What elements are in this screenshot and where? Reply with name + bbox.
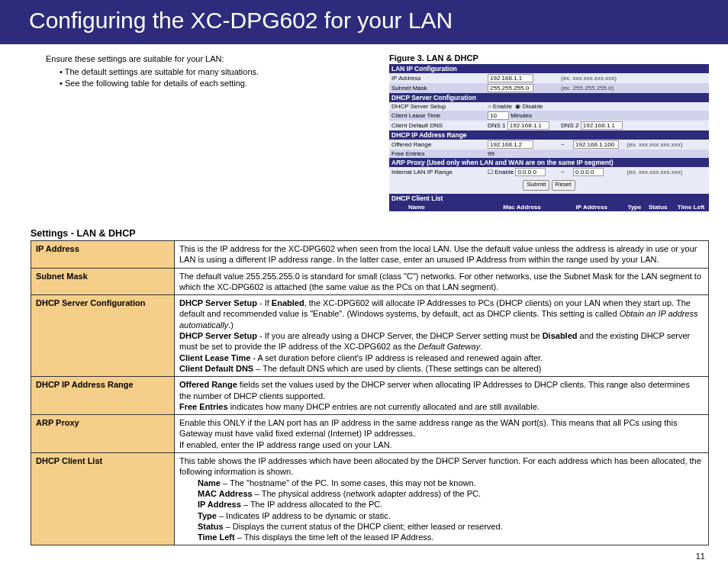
col-mac: Mac Address [485, 203, 559, 211]
offered-range-label: Offered Range [389, 140, 485, 150]
ip-address-label: IP Address [389, 73, 485, 83]
row-label-dhcp-range: DHCP IP Address Range [31, 377, 175, 415]
row-label-dhcp-conf: DHCP Server Configuration [31, 295, 175, 377]
arp-hint: (ex. xxx.xxx.xxx.xxx) [627, 169, 683, 175]
offered-from-input[interactable]: 192.168.1.2 [488, 140, 533, 149]
config-table: LAN IP Configuration IP Address 192.168.… [389, 64, 709, 211]
disable-radio[interactable]: ◉ [515, 103, 522, 110]
intro-bullet: See the following table for details of e… [60, 78, 382, 89]
row-content-ip: This is the IP address for the XC-DPG602… [175, 241, 709, 269]
free-entries-value: 99 [488, 150, 494, 157]
arp-from-input[interactable]: 0.0.0.0 [515, 168, 546, 176]
row-content-dhcp-conf: DHCP Server Setup - If Enabled, the XC-D… [175, 295, 709, 377]
reset-button[interactable]: Reset [552, 180, 575, 191]
row-label-clients: DHCP Client List [31, 453, 175, 545]
row-label-ip: IP Address [31, 241, 175, 269]
intro-text: Ensure these settings are suitable for y… [46, 53, 389, 89]
figure-caption: Figure 3. LAN & DHCP [389, 53, 709, 63]
row-label-mask: Subnet Mask [31, 268, 175, 295]
arp-enable-checkbox[interactable]: ☐ [488, 169, 494, 175]
col-ip: IP Address [559, 203, 625, 211]
settings-heading: Settings - LAN & DHCP [31, 228, 709, 239]
lease-unit: Minutes [511, 112, 532, 119]
row-content-dhcp-range: Offered Range fields set the values used… [175, 377, 709, 415]
config-figure: Figure 3. LAN & DHCP LAN IP Configuratio… [389, 53, 709, 211]
settings-table: IP Address This is the IP address for th… [31, 240, 709, 545]
row-content-mask: The default value 255.255.255.0 is stand… [175, 268, 709, 295]
dns1-input[interactable]: 192.168.1.1 [507, 121, 549, 130]
section-header-dhcp-range: DHCP IP Address Range [389, 130, 709, 140]
lease-time-input[interactable]: 10 [488, 111, 509, 120]
ip-address-input[interactable]: 192.168.1.1 [488, 74, 533, 82]
dns1-label: DNS 1 [488, 122, 506, 129]
page-number: 11 [0, 545, 728, 561]
section-header-dhcp-server: DHCP Server Configuration [389, 93, 709, 102]
col-type: Type [625, 203, 645, 211]
arp-to-input[interactable]: 0.0.0.0 [573, 168, 604, 176]
section-header-lan-ip: LAN IP Configuration [389, 64, 709, 73]
col-status-timeleft: Status Time Left [644, 203, 709, 211]
client-dns-label: Client Default DNS [389, 121, 485, 130]
section-header-arp: ARP Proxy (Used only when LAN and WAN ar… [389, 158, 709, 167]
intro-lead: Ensure these settings are suitable for y… [46, 53, 382, 65]
ip-hint: (ex. xxx.xxx.xxx.xxx) [561, 75, 617, 82]
arp-range-label: Internal LAN IP Range [389, 167, 485, 177]
range-tilde: ~ [559, 140, 571, 150]
arp-tilde: ~ [559, 167, 571, 177]
mask-hint: (ex. 255.255.255.0) [561, 85, 614, 92]
lease-time-label: Client Lease Time [389, 111, 485, 121]
col-name: Name [389, 203, 485, 211]
row-content-clients: This table shows the IP addresses which … [175, 453, 709, 545]
intro-bullet: The default settings are suitable for ma… [60, 66, 382, 78]
offered-hint: (ex. xxx.xxx.xxx.xxx) [627, 141, 683, 148]
enable-radio[interactable]: ○ [488, 103, 493, 110]
dns2-input[interactable]: 192.168.1.1 [581, 121, 623, 130]
dns2-label: DNS 2 [561, 122, 579, 129]
section-header-client-list: DHCP Client List [389, 194, 709, 203]
page-title: Configuring the XC-DPG602 for your LAN [0, 0, 728, 44]
subnet-mask-label: Subnet Mask [389, 83, 485, 93]
subnet-mask-input[interactable]: 255.255.255.0 [488, 84, 533, 92]
free-entries-label: Free Entries [389, 150, 485, 158]
offered-to-input[interactable]: 192.168.1.100 [573, 140, 619, 149]
row-label-arp: ARP Proxy [31, 415, 175, 453]
submit-button[interactable]: Submit [523, 180, 549, 191]
row-content-arp: Enable this ONLY if the LAN port has an … [175, 415, 709, 453]
dhcp-setup-label: DHCP Server Setup [389, 102, 485, 111]
